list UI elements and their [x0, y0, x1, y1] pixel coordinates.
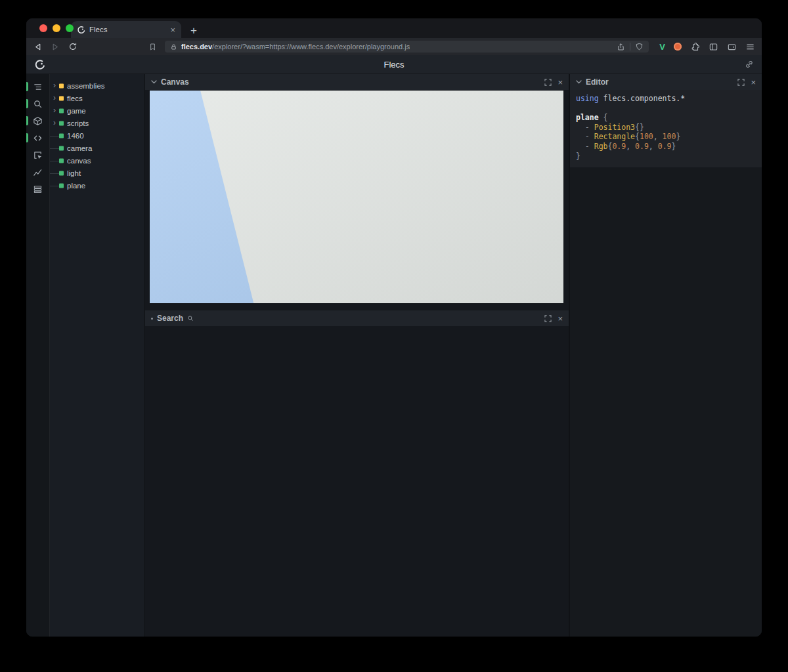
entity-color-square [59, 83, 64, 88]
chevron-down-icon[interactable] [151, 80, 157, 84]
entity-color-square [59, 133, 64, 138]
wallet-icon[interactable] [727, 42, 737, 52]
window-controls [39, 24, 74, 32]
entities-cube-icon[interactable] [26, 112, 49, 129]
canvas-panel-header: Canvas × [145, 74, 569, 90]
tab-close-icon[interactable]: × [170, 26, 175, 34]
extension-orange-icon[interactable] [674, 43, 682, 51]
extension-area: V [657, 42, 755, 52]
editor-column: Editor × using flecs.components.* plane … [569, 74, 762, 637]
editor-panel-title: Editor [586, 77, 609, 87]
share-icon[interactable] [617, 43, 625, 51]
panel-gap [145, 303, 569, 310]
menu-icon[interactable] [745, 42, 755, 52]
tree-item-canvas[interactable]: canvas [50, 154, 144, 167]
extension-v-icon[interactable]: V [659, 42, 665, 52]
shield-icon[interactable] [635, 43, 644, 51]
expand-arrow-icon[interactable]: › [53, 94, 56, 102]
close-icon[interactable]: × [558, 314, 563, 323]
code-icon[interactable] [26, 129, 49, 146]
url-path: /explorer/?wasm=https://www.flecs.dev/ex… [212, 43, 410, 51]
tables-icon[interactable] [26, 180, 49, 198]
tree-item-assemblies[interactable]: ›assemblies [50, 79, 144, 92]
tree-guide-line [50, 186, 59, 186]
active-indicator [26, 133, 28, 142]
entity-label: assemblies [67, 82, 105, 90]
tree-item-flecs[interactable]: ›flecs [50, 92, 144, 104]
entity-label: 1460 [67, 132, 84, 140]
tab-title: Flecs [89, 26, 166, 33]
tree-item-1460[interactable]: 1460 [50, 129, 144, 142]
search-icon [187, 315, 194, 322]
search-panel-title: Search [157, 314, 183, 323]
code-line: plane { [576, 113, 756, 123]
expand-arrow-icon[interactable]: › [53, 81, 56, 89]
tab-favicon-flecs-logo-icon [77, 26, 85, 34]
page-header: Flecs [26, 55, 762, 74]
back-icon[interactable] [33, 42, 43, 52]
editor-code[interactable]: using flecs.components.* plane { - Posit… [570, 90, 762, 167]
reload-icon[interactable] [68, 42, 77, 51]
entity-label: scripts [67, 119, 89, 127]
entity-tree-icon[interactable] [26, 78, 49, 95]
collapsed-dot-icon[interactable] [151, 318, 153, 320]
expand-arrow-icon[interactable]: › [53, 119, 56, 127]
url-text: flecs.dev/explorer/?wasm=https://www.fle… [181, 43, 410, 51]
url-bar[interactable]: flecs.dev/explorer/?wasm=https://www.fle… [165, 41, 649, 52]
puzzle-icon[interactable] [690, 42, 700, 52]
sidebar-toggle-icon[interactable] [709, 42, 718, 52]
window-close-button[interactable] [39, 24, 47, 32]
tree-guide-line [50, 161, 59, 161]
page-title: Flecs [26, 60, 762, 70]
canvas-panel-title: Canvas [161, 77, 189, 87]
entity-color-square [59, 108, 64, 113]
close-icon[interactable]: × [751, 78, 756, 87]
chevron-down-icon[interactable] [576, 80, 582, 84]
expand-arrow-icon[interactable]: › [53, 106, 56, 114]
tree-item-camera[interactable]: camera [50, 142, 144, 154]
fullscreen-icon[interactable] [544, 79, 552, 86]
tree-item-light[interactable]: light [50, 167, 144, 179]
entity-color-square [59, 171, 64, 175]
desktop-background: Flecs × + flecs.dev/ [0, 0, 788, 672]
share-link-icon[interactable] [745, 60, 754, 69]
main-empty-area [145, 326, 569, 637]
entity-color-square [59, 158, 64, 163]
entity-label: canvas [67, 157, 91, 165]
new-tab-button[interactable]: + [190, 25, 197, 36]
inspect-icon[interactable] [26, 146, 49, 163]
url-bar-divider [630, 43, 630, 51]
browser-tab[interactable]: Flecs × [71, 21, 181, 38]
url-domain: flecs.dev [181, 43, 212, 51]
entity-label: plane [67, 182, 85, 190]
window-zoom-button[interactable] [66, 24, 74, 32]
tree-item-scripts[interactable]: ›scripts [50, 117, 144, 129]
tool-sidebar [26, 74, 50, 637]
query-search-icon[interactable] [26, 95, 49, 112]
search-panel-header: Search × [145, 310, 569, 326]
bookmark-icon[interactable] [148, 43, 157, 51]
entity-color-square [59, 146, 64, 150]
tree-item-plane[interactable]: plane [50, 179, 144, 192]
flecs-logo-icon[interactable] [34, 59, 45, 70]
entity-label: game [67, 107, 86, 115]
canvas-viewport[interactable] [150, 91, 563, 303]
close-icon[interactable]: × [558, 78, 563, 87]
page-body: ›assemblies›flecs›game›scripts1460camera… [26, 74, 762, 637]
tree-item-game[interactable]: ›game [50, 104, 144, 117]
entity-label: flecs [67, 94, 83, 102]
browser-titlebar: Flecs × + [26, 18, 762, 38]
entity-tree: ›assemblies›flecs›game›scripts1460camera… [50, 74, 145, 637]
entity-color-square [59, 121, 64, 125]
entity-label: light [67, 169, 81, 177]
code-line: - Rgb{0.9, 0.9, 0.9} [576, 142, 756, 152]
editor-empty-area [570, 167, 762, 637]
code-line [576, 104, 756, 114]
chart-icon[interactable] [26, 163, 49, 180]
tree-guide-line [50, 173, 59, 174]
fullscreen-icon[interactable] [544, 315, 552, 322]
window-minimize-button[interactable] [53, 24, 60, 32]
forward-icon[interactable] [51, 42, 60, 52]
fullscreen-icon[interactable] [737, 79, 745, 86]
flecs-explorer-page: Flecs ›assemblies›flecs›game›scripts1460… [26, 55, 762, 637]
